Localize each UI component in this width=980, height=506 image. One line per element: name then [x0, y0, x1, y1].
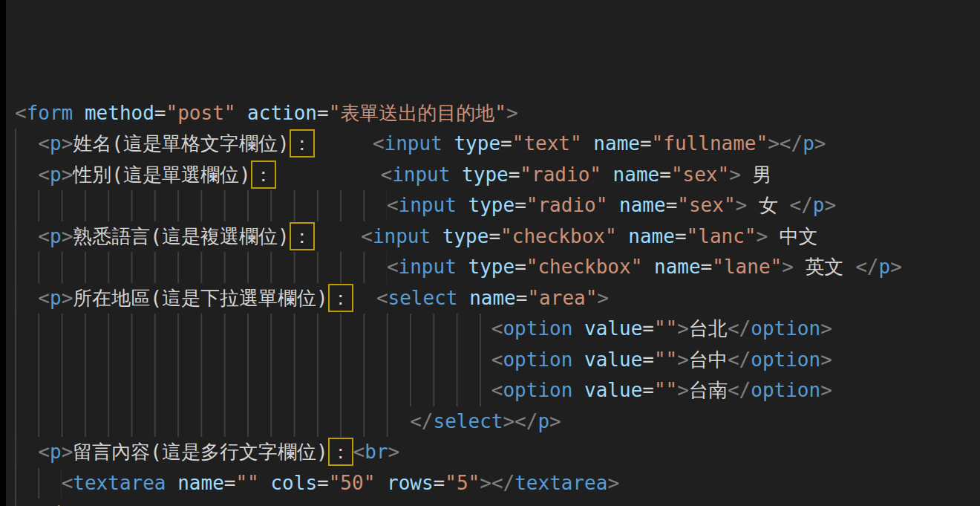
attribute-token: name	[628, 225, 675, 247]
string-token: ""	[235, 472, 258, 494]
tag-token: textarea	[514, 472, 607, 494]
space-token	[353, 287, 376, 309]
punctuation-token: >	[736, 194, 748, 216]
code-line[interactable]: <form method="post" action="表單送出的目的地">	[15, 98, 980, 129]
operator-token: =	[675, 225, 687, 247]
code-line[interactable]: <option value="">台中</option>	[15, 345, 980, 376]
indent-guides	[15, 345, 491, 376]
space-token	[315, 225, 362, 247]
string-token: "5"	[445, 472, 480, 494]
space-token	[431, 225, 442, 247]
code-line[interactable]: <textarea name="" cols="50" rows="5"></t…	[15, 468, 980, 499]
string-token: "fullname"	[652, 132, 768, 155]
punctuation-token: <	[38, 132, 50, 155]
tag-token: option	[751, 379, 820, 401]
attribute-token: action	[247, 102, 317, 124]
operator-token: =	[659, 163, 671, 186]
punctuation-token: >	[62, 225, 74, 247]
operator-token: =	[514, 194, 526, 216]
code-line[interactable]: <p>留言內容(這是多行文字欄位)：<br>	[15, 437, 980, 468]
attribute-token: name	[469, 287, 516, 309]
punctuation-token: <	[387, 256, 399, 278]
space-token	[582, 132, 594, 155]
punctuation-token: </	[514, 410, 538, 432]
tag-token: option	[503, 379, 572, 401]
punctuation-token: <	[62, 472, 74, 494]
code-lines: <form method="post" action="表單送出的目的地"> <…	[15, 98, 980, 506]
punctuation-token: >	[480, 472, 491, 494]
string-token: "表單送出的目的地"	[329, 102, 506, 124]
tag-token: p	[50, 132, 62, 155]
punctuation-token: >	[62, 163, 74, 186]
tag-token: option	[503, 317, 572, 340]
text-token: 英文	[794, 256, 855, 278]
text-token: 所在地區(這是下拉選單欄位)	[73, 287, 327, 309]
punctuation-token: >	[506, 102, 518, 124]
punctuation-token: <	[373, 132, 385, 155]
code-editor[interactable]: <form method="post" action="表單送出的目的地"> <…	[0, 0, 980, 506]
punctuation-token: >	[820, 317, 832, 340]
space-token	[601, 163, 613, 186]
code-line[interactable]: <input type="checkbox" name="lane"> 英文 <…	[15, 252, 980, 283]
space-token	[315, 132, 373, 155]
space-token	[572, 348, 584, 371]
tag-token: p	[50, 163, 62, 186]
punctuation-token: </	[410, 410, 433, 432]
code-line[interactable]: <input type="radio" name="sex"> 女 </p>	[15, 190, 980, 221]
code-line[interactable]: <p>性別(這是單選欄位)： <input type="radio" name=…	[15, 160, 980, 191]
string-token: ""	[654, 379, 677, 401]
text-token: 女	[747, 194, 789, 216]
operator-token: =	[642, 317, 654, 340]
tag-token: input	[385, 132, 442, 155]
operator-token: =	[434, 472, 445, 494]
editor-left-edge	[0, 0, 6, 506]
punctuation-token: >	[549, 410, 561, 432]
punctuation-token: <	[376, 287, 388, 309]
string-token: "checkbox"	[500, 225, 617, 247]
space-token	[375, 472, 387, 494]
highlighted-colon: ：	[254, 163, 273, 186]
code-line[interactable]: <p>姓名(這是單格文字欄位)： <input type="text" name…	[15, 129, 980, 160]
string-token: "area"	[527, 287, 597, 309]
operator-token: =	[516, 287, 528, 309]
punctuation-token: </	[728, 379, 751, 401]
tag-token: br	[365, 441, 388, 463]
punctuation-token: >	[73, 502, 85, 506]
space-token	[450, 163, 462, 186]
code-line[interactable]: <option value="">台北</option>	[15, 314, 980, 345]
code-line[interactable]: <p>所在地區(這是下拉選單欄位)： <select name="area">	[15, 283, 980, 314]
tag-token: input	[399, 256, 457, 278]
punctuation-token: >	[890, 256, 902, 278]
attribute-token: name	[613, 163, 660, 186]
punctuation-token: >	[677, 317, 689, 340]
indent-guides	[15, 375, 491, 406]
tag-token: select	[388, 287, 458, 309]
code-line[interactable]: </p>	[15, 499, 980, 506]
space-token	[457, 194, 468, 216]
code-line[interactable]: </select></p>	[15, 406, 980, 438]
punctuation-token: </	[855, 256, 878, 278]
punctuation-token: </	[790, 194, 813, 216]
punctuation-token: <	[387, 194, 399, 216]
space-token	[73, 102, 85, 124]
operator-token: =	[642, 348, 654, 371]
string-token: "50"	[329, 472, 376, 494]
code-line[interactable]: <option value="">台南</option>	[15, 375, 980, 406]
attribute-token: value	[584, 348, 642, 371]
indent-guides	[15, 252, 387, 283]
string-token: "text"	[512, 132, 582, 155]
operator-token: =	[489, 225, 500, 247]
space-token	[166, 472, 178, 494]
space-token	[442, 132, 454, 155]
code-line[interactable]: <p>熟悉語言(這是複選欄位)： <input type="checkbox" …	[15, 221, 980, 253]
punctuation-token: >	[729, 163, 741, 186]
string-token: ""	[654, 317, 677, 340]
operator-token: =	[317, 472, 329, 494]
punctuation-token: </	[728, 317, 751, 340]
operator-token: =	[509, 163, 520, 186]
string-token: "lanc"	[687, 225, 757, 247]
punctuation-token: >	[677, 379, 689, 401]
string-token: "post"	[166, 102, 236, 124]
tag-token: form	[27, 102, 74, 124]
attribute-token: type	[468, 194, 515, 216]
